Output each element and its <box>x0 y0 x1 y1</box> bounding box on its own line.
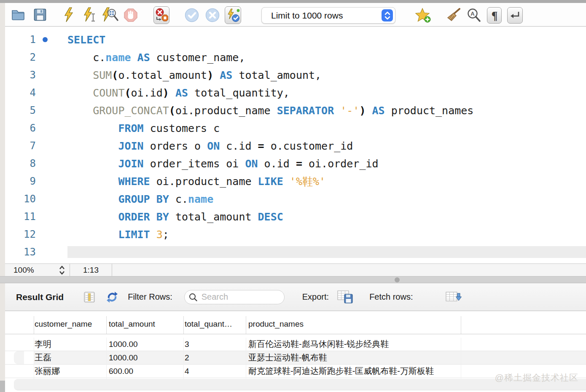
editor-line-6[interactable]: 6FROM customers c <box>5 119 586 137</box>
toggle-autocommit-button[interactable] <box>225 6 241 24</box>
filter-search-input[interactable] <box>201 292 280 302</box>
editor-line-2[interactable]: 2c.name AS customer_name, <box>5 48 586 66</box>
line-marker-column <box>36 31 67 48</box>
zoom-level-control[interactable]: 100% <box>5 264 70 276</box>
line-number: 2 <box>5 51 36 63</box>
result-grid-header: customer_nametotal_amounttotal_quant…pro… <box>5 314 586 334</box>
autocommit-icon <box>226 8 240 23</box>
stop-query-button[interactable] <box>123 8 138 23</box>
sql-editor[interactable]: 1SELECT2c.name AS customer_name,3SUM(o.t… <box>5 27 586 263</box>
column-divider[interactable] <box>183 316 184 334</box>
execute-query-button[interactable] <box>62 7 75 23</box>
cell-customer_name[interactable]: 李明 <box>35 338 51 351</box>
editor-line-13[interactable]: 13 <box>5 243 586 261</box>
cell-product_names[interactable]: 亚瑟士运动鞋-帆布鞋 <box>248 351 327 364</box>
editor-line-7[interactable]: 7JOIN orders o ON c.id = o.customer_id <box>5 137 586 155</box>
column-header-product_names[interactable]: product_names <box>248 314 304 334</box>
show-invisibles-button[interactable]: ¶ <box>487 7 502 24</box>
cell-total_quant[interactable]: 4 <box>185 365 189 378</box>
filter-search-box[interactable] <box>184 290 285 304</box>
column-header-customer_name[interactable]: customer_name <box>35 314 92 334</box>
line-number: 13 <box>5 246 36 258</box>
save-snippet-button[interactable] <box>415 7 432 23</box>
toggle-stop-on-error-button[interactable] <box>153 6 169 24</box>
column-divider[interactable] <box>34 316 34 334</box>
find-in-script-button[interactable]: A <box>466 8 481 23</box>
editor-line-12[interactable]: 12LIMIT 3; <box>5 226 586 243</box>
code-text: LIMIT 3; <box>67 228 169 241</box>
beautify-query-button[interactable] <box>446 8 462 23</box>
left-scrollbar-thumb[interactable] <box>0 381 5 392</box>
code-text: WHERE oi.product_name LIKE '%鞋%' <box>67 175 325 188</box>
fetch-rows-label: Fetch rows: <box>369 292 413 302</box>
export-results-button[interactable] <box>337 290 353 304</box>
result-grid: customer_nametotal_amounttotal_quant…pro… <box>5 311 586 392</box>
commit-button[interactable] <box>184 8 199 23</box>
column-divider[interactable] <box>461 316 461 334</box>
column-divider[interactable] <box>246 316 246 334</box>
mysql-workbench-window: Limit to 1000 rows <box>0 0 586 392</box>
fetch-rows-button[interactable] <box>446 291 462 303</box>
cell-total_amount[interactable]: 1000.00 <box>109 338 138 351</box>
editor-line-11[interactable]: 11ORDER BY total_amount DESC <box>5 208 586 226</box>
explain-plan-button[interactable] <box>101 7 120 23</box>
row-gutter-marker <box>24 351 34 364</box>
code-text: GROUP_CONCAT(oi.product_name SEPARATOR '… <box>67 105 473 117</box>
save-script-button[interactable] <box>33 8 47 21</box>
zoom-stepper-icon[interactable] <box>59 265 65 275</box>
column-divider[interactable] <box>106 316 107 334</box>
table-row[interactable]: 李明1000.003新百伦运动鞋-彪马休闲鞋-锐步经典鞋 <box>5 338 586 351</box>
pilcrow-icon: ¶ <box>489 9 500 22</box>
editor-status-bar: 100% 1:13 <box>5 263 586 276</box>
check-circle-icon <box>185 8 199 22</box>
cell-total_amount[interactable]: 1000.00 <box>109 351 138 364</box>
code-text: FROM customers c <box>67 122 220 134</box>
pane-splitter[interactable] <box>0 276 586 283</box>
editor-line-4[interactable]: 4COUNT(oi.id) AS total_quantity, <box>5 84 586 102</box>
cell-customer_name[interactable]: 张丽娜 <box>35 365 60 378</box>
line-marker-column <box>36 48 67 66</box>
code-text: SELECT <box>67 34 105 46</box>
lightning-icon <box>63 7 74 22</box>
result-grid-toolbar: Result Grid Filter Rows: <box>5 283 586 311</box>
line-marker-column <box>36 119 67 137</box>
editor-line-1[interactable]: 1SELECT <box>5 31 586 48</box>
line-marker-column <box>36 66 67 84</box>
open-file-button[interactable] <box>11 8 25 21</box>
export-grid-icon <box>337 290 353 304</box>
refresh-icon <box>106 291 118 303</box>
cell-total_quant[interactable]: 2 <box>185 351 189 364</box>
editor-line-5[interactable]: 5GROUP_CONCAT(oi.product_name SEPARATOR … <box>5 102 586 119</box>
limit-rows-dropdown[interactable]: Limit to 1000 rows <box>261 7 395 24</box>
toggle-word-wrap-button[interactable] <box>507 7 523 24</box>
refresh-results-button[interactable] <box>106 291 118 303</box>
line-number: 12 <box>5 228 36 240</box>
rollback-button[interactable] <box>205 8 220 23</box>
lightning-cursor-icon <box>83 7 97 22</box>
line-marker-column <box>36 137 67 155</box>
cell-customer_name[interactable]: 王磊 <box>35 351 51 364</box>
splitter-handle-icon[interactable] <box>395 277 400 282</box>
line-marker-column <box>36 190 67 208</box>
editor-line-8[interactable]: 8JOIN order_items oi ON o.id = oi.order_… <box>5 155 586 172</box>
execute-current-statement-button[interactable] <box>83 7 97 23</box>
cell-total_amount[interactable]: 600.00 <box>109 365 133 378</box>
svg-text:¶: ¶ <box>491 9 497 22</box>
cell-product_names[interactable]: 耐克篮球鞋-阿迪达斯跑步鞋-匡威帆布鞋-万斯板鞋 <box>248 365 434 378</box>
word-wrap-icon <box>510 10 521 21</box>
editor-line-3[interactable]: 3SUM(o.total_amount) AS total_amount, <box>5 66 586 84</box>
cursor-position: 1:13 <box>70 264 112 276</box>
line-number: 1 <box>5 34 36 46</box>
window-edge <box>0 0 586 3</box>
column-header-total_amount[interactable]: total_amount <box>109 314 155 334</box>
current-line-highlight <box>67 246 586 258</box>
editor-line-10[interactable]: 10GROUP BY c.name <box>5 190 586 208</box>
cell-product_names[interactable]: 新百伦运动鞋-彪马休闲鞋-锐步经典鞋 <box>248 338 389 351</box>
table-row[interactable]: 王磊1000.002亚瑟士运动鞋-帆布鞋 <box>5 351 586 365</box>
body-column-divider <box>246 338 246 390</box>
editor-line-9[interactable]: 9WHERE oi.product_name LIKE '%鞋%' <box>5 172 586 190</box>
code-text: ORDER BY total_amount DESC <box>67 211 283 223</box>
result-grid-view-button[interactable] <box>84 292 95 303</box>
column-header-total_quant[interactable]: total_quant… <box>185 314 232 334</box>
cell-total_quant[interactable]: 3 <box>185 338 189 351</box>
